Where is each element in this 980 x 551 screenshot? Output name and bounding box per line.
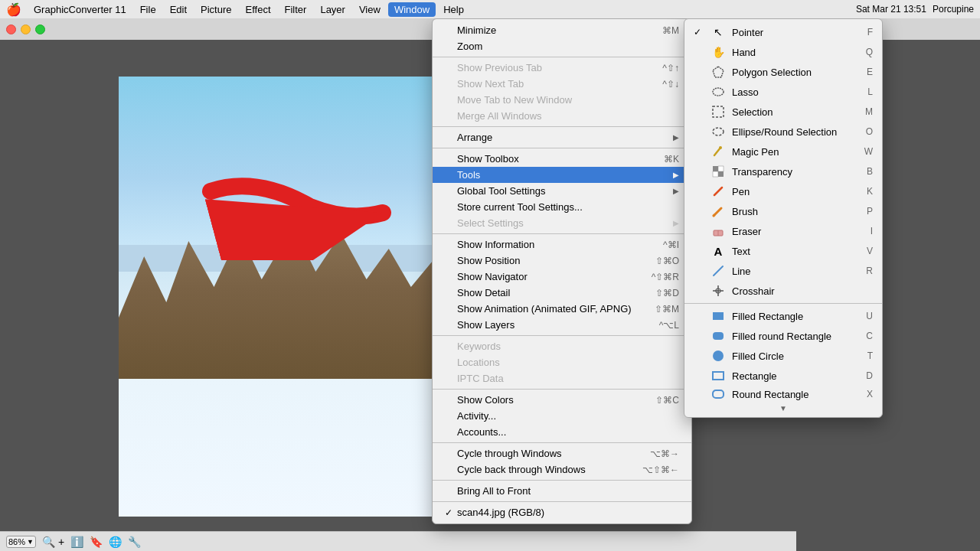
svg-rect-7 bbox=[713, 166, 718, 171]
menu-sep-6 bbox=[433, 389, 691, 390]
menu-show-information[interactable]: Show Information ^⌘I bbox=[433, 236, 691, 253]
polygon-shortcut: E bbox=[867, 67, 873, 77]
line-icon bbox=[710, 263, 726, 279]
menu-current-file[interactable]: ✓ scan44.jpg (RGB/8) bbox=[433, 504, 691, 520]
tool-pen[interactable]: Pen K bbox=[684, 181, 882, 201]
tool-selection[interactable]: Selection M bbox=[684, 102, 882, 122]
wrench-icon[interactable]: 🔧 bbox=[128, 536, 141, 548]
zoom-value: 86% bbox=[8, 537, 25, 546]
close-button[interactable] bbox=[6, 24, 16, 34]
tool-filled-circle[interactable]: Filled Circle T bbox=[684, 346, 882, 366]
menu-tools[interactable]: Tools ▶ bbox=[433, 167, 691, 183]
menu-keywords: Keywords bbox=[433, 338, 691, 354]
menu-accounts[interactable]: Accounts... bbox=[433, 424, 691, 440]
menu-store-tool-settings[interactable]: Store current Tool Settings... bbox=[433, 199, 691, 215]
globe-icon[interactable]: 🌐 bbox=[109, 536, 122, 548]
menu-date: Sat Mar 21 13:51 bbox=[856, 4, 926, 15]
menu-file[interactable]: File bbox=[134, 2, 162, 17]
menu-minimize[interactable]: Minimize ⌘M bbox=[433, 22, 691, 38]
menu-cycle-back-windows[interactable]: Cycle back through Windows ⌥⇧⌘← bbox=[433, 461, 691, 478]
tool-pointer[interactable]: ✓ ↖ Pointer F bbox=[684, 22, 882, 42]
tool-brush[interactable]: Brush P bbox=[684, 201, 882, 221]
round-rectangle-label: Round Rectangle bbox=[732, 389, 861, 400]
filled-round-rectangle-shortcut: C bbox=[866, 331, 873, 341]
svg-point-2 bbox=[713, 88, 724, 96]
magic-pen-icon bbox=[710, 144, 726, 159]
ellipse-shortcut: O bbox=[866, 126, 873, 137]
menu-effect[interactable]: Effect bbox=[240, 2, 277, 17]
tool-filled-rectangle[interactable]: Filled Rectangle U bbox=[684, 306, 882, 326]
ellipse-icon bbox=[710, 124, 726, 139]
lasso-icon bbox=[710, 84, 726, 99]
svg-point-22 bbox=[713, 350, 724, 361]
menu-filter[interactable]: Filter bbox=[279, 2, 313, 17]
menu-arrange[interactable]: Arrange ▶ bbox=[433, 129, 691, 145]
menu-show-detail[interactable]: Show Detail ⇧⌘D bbox=[433, 285, 691, 301]
tool-text[interactable]: A Text V bbox=[684, 241, 882, 261]
tool-transparency[interactable]: Transparency B bbox=[684, 161, 882, 181]
menu-show-toolbox[interactable]: Show Toolbox ⌘K bbox=[433, 151, 691, 167]
zoom-out-icon[interactable]: 🔍 bbox=[42, 536, 55, 548]
menu-global-tool-settings[interactable]: Global Tool Settings ▶ bbox=[433, 183, 691, 199]
tool-line[interactable]: Line R bbox=[684, 261, 882, 281]
menu-graphicconverter[interactable]: GraphicConverter 11 bbox=[28, 2, 132, 17]
red-arrow bbox=[195, 168, 402, 260]
crosshair-icon bbox=[710, 283, 726, 298]
menu-picture[interactable]: Picture bbox=[194, 2, 237, 17]
tool-polygon-selection[interactable]: Polygon Selection E bbox=[684, 62, 882, 82]
menu-zoom[interactable]: Zoom bbox=[433, 38, 691, 54]
hand-shortcut: Q bbox=[866, 47, 873, 57]
menu-help[interactable]: Help bbox=[437, 2, 470, 17]
menu-view[interactable]: View bbox=[353, 2, 387, 17]
selection-icon bbox=[710, 104, 726, 119]
minimize-button[interactable] bbox=[21, 24, 31, 34]
svg-marker-1 bbox=[713, 67, 724, 77]
menu-bring-all-front[interactable]: Bring All to Front bbox=[433, 483, 691, 499]
info-icon[interactable]: ℹ️ bbox=[70, 536, 83, 548]
svg-rect-3 bbox=[713, 106, 724, 117]
maximize-button[interactable] bbox=[35, 24, 45, 34]
transparency-label: Transparency bbox=[732, 166, 861, 178]
brush-label: Brush bbox=[732, 206, 861, 217]
menu-show-navigator[interactable]: Show Navigator ^⇧⌘R bbox=[433, 269, 691, 285]
polygon-icon bbox=[710, 64, 726, 80]
text-icon: A bbox=[710, 243, 726, 259]
menu-user: Porcupine bbox=[933, 4, 974, 15]
minimize-shortcut: ⌘M bbox=[662, 25, 679, 36]
tool-hand[interactable]: ✋ Hand Q bbox=[684, 42, 882, 62]
zoom-label: Zoom bbox=[457, 41, 679, 52]
menu-window[interactable]: Window bbox=[388, 2, 436, 17]
bookmark-icon[interactable]: 🔖 bbox=[90, 536, 103, 548]
menu-show-colors[interactable]: Show Colors ⇧⌘C bbox=[433, 392, 691, 408]
tool-filled-round-rectangle[interactable]: Filled round Rectangle C bbox=[684, 326, 882, 346]
menu-select-settings: Select Settings ▶ bbox=[433, 215, 691, 231]
menu-move-tab: Move Tab to New Window bbox=[433, 92, 691, 108]
line-label: Line bbox=[732, 266, 860, 277]
tool-round-rectangle[interactable]: Round Rectangle X bbox=[684, 386, 882, 403]
svg-point-6 bbox=[719, 146, 722, 149]
tool-magic-pen[interactable]: Magic Pen W bbox=[684, 142, 882, 161]
menu-activity[interactable]: Activity... bbox=[433, 408, 691, 424]
apple-menu[interactable]: 🍎 bbox=[6, 2, 21, 17]
hand-icon: ✋ bbox=[710, 44, 726, 60]
tool-lasso[interactable]: Lasso L bbox=[684, 82, 882, 102]
menu-sep-3 bbox=[433, 148, 691, 148]
menu-layer[interactable]: Layer bbox=[314, 2, 351, 17]
zoom-dropdown-icon[interactable]: ▼ bbox=[27, 538, 34, 546]
ellipse-label: Ellipse/Round Selection bbox=[732, 126, 860, 138]
tool-rectangle[interactable]: Rectangle D bbox=[684, 366, 882, 386]
menu-show-position[interactable]: Show Position ⇧⌘O bbox=[433, 253, 691, 269]
zoom-in-icon[interactable]: + bbox=[58, 536, 64, 548]
menu-sep-5 bbox=[433, 335, 691, 336]
menu-edit[interactable]: Edit bbox=[164, 2, 193, 17]
menu-cycle-windows[interactable]: Cycle through Windows ⌥⌘→ bbox=[433, 445, 691, 461]
svg-rect-9 bbox=[713, 171, 718, 177]
menu-show-animation[interactable]: Show Animation (Animated GIF, APNG) ⇧⌘M bbox=[433, 301, 691, 317]
menu-show-layers[interactable]: Show Layers ^⌥L bbox=[433, 317, 691, 333]
selection-shortcut: M bbox=[865, 106, 873, 117]
lasso-label: Lasso bbox=[732, 86, 861, 98]
zoom-control[interactable]: 86% ▼ bbox=[6, 536, 36, 548]
tool-ellipse[interactable]: Ellipse/Round Selection O bbox=[684, 122, 882, 142]
tool-eraser[interactable]: Eraser I bbox=[684, 221, 882, 241]
tool-crosshair[interactable]: Crosshair bbox=[684, 281, 882, 301]
